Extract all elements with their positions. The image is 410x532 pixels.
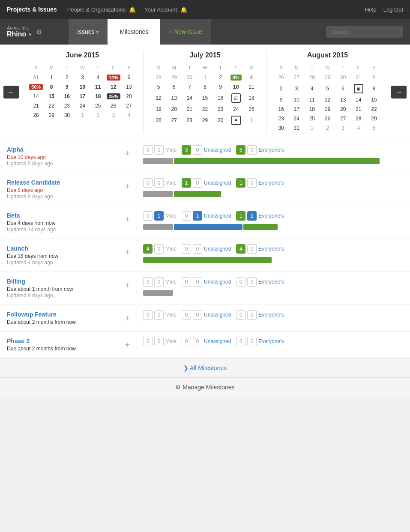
stat-everyone-label[interactable]: Everyone's bbox=[258, 279, 284, 285]
cal-day: 3 bbox=[106, 111, 121, 120]
cal-day: 21 bbox=[182, 105, 197, 114]
cal-day: 30 bbox=[213, 114, 228, 127]
nav-people-link[interactable]: People & Organizations 🔔 bbox=[67, 6, 136, 13]
milestone-right-followup: 0 0 Mine 0 0 Unassigned 0 0 Everyone's bbox=[137, 305, 410, 331]
stat-unassigned-label[interactable]: Unassigned bbox=[204, 279, 231, 285]
milestone-add-button-beta[interactable]: + bbox=[125, 215, 130, 224]
bar-gray bbox=[143, 158, 173, 164]
cal-day: 5 bbox=[366, 123, 382, 133]
cal-day[interactable]: 0% bbox=[228, 73, 244, 82]
cal-day: 17 bbox=[75, 92, 90, 101]
cal-day: 4 bbox=[244, 73, 259, 82]
search-area bbox=[319, 19, 410, 45]
calendar-prev-button[interactable]: ← bbox=[3, 86, 19, 99]
stat-unassigned-followup: 0 0 Unassigned bbox=[182, 310, 231, 320]
stat-everyone-label[interactable]: Everyone's bbox=[258, 246, 284, 252]
milestone-name-launch[interactable]: Launch bbox=[7, 245, 28, 252]
cal-day: 1 bbox=[197, 73, 212, 82]
cal-day: 8 bbox=[197, 82, 212, 92]
stat-mine-closed: 0 bbox=[154, 178, 164, 188]
stat-mine-rc: 0 0 Mine bbox=[143, 178, 177, 188]
cal-day: 15 bbox=[366, 95, 382, 105]
stat-unassigned-label[interactable]: Unassigned bbox=[204, 180, 231, 186]
milestone-updated-launch: Updated 4 days ago bbox=[7, 260, 53, 266]
stat-everyone-label[interactable]: Everyone's bbox=[258, 180, 284, 186]
search-input[interactable] bbox=[326, 26, 403, 38]
cal-day: 11 bbox=[244, 82, 259, 92]
calendar-next-button[interactable]: → bbox=[391, 86, 407, 99]
bar-green bbox=[174, 158, 380, 164]
tab-new-issue[interactable]: + New Issue bbox=[160, 19, 210, 45]
milestone-name-followup[interactable]: Followup Feature bbox=[7, 311, 57, 318]
stat-unassigned-beta: 0 1 Unassigned bbox=[182, 211, 231, 221]
gear-icon[interactable]: ⚙ bbox=[36, 28, 42, 36]
day-header: S bbox=[151, 64, 166, 73]
cal-day: 22 bbox=[366, 105, 382, 114]
cal-day: 8 bbox=[366, 82, 382, 95]
stat-mine-launch: 4 0 Mine bbox=[143, 244, 177, 254]
milestone-name-rc[interactable]: Release Candidate bbox=[7, 179, 60, 186]
stat-unassigned-label[interactable]: Unassigned bbox=[204, 147, 231, 153]
stat-unassigned-label[interactable]: Unassigned bbox=[204, 246, 231, 252]
stat-unassigned-label[interactable]: Unassigned bbox=[204, 338, 231, 344]
cal-day: 2 bbox=[90, 111, 106, 120]
help-link[interactable]: Help bbox=[365, 6, 377, 13]
milestone-add-button[interactable]: + bbox=[125, 149, 130, 158]
tab-milestones[interactable]: Milestones bbox=[108, 19, 160, 45]
logout-link[interactable]: Log Out bbox=[383, 6, 403, 13]
day-header: W bbox=[75, 64, 90, 73]
stat-unassigned-phase2: 0 0 Unassigned bbox=[182, 337, 231, 346]
milestone-updated-alpha: Updated 5 days ago bbox=[7, 161, 53, 167]
cal-day[interactable]: ▣ bbox=[351, 82, 366, 95]
stat-everyone-label[interactable]: Everyone's bbox=[258, 312, 284, 318]
milestone-name-beta[interactable]: Beta bbox=[7, 212, 20, 219]
manage-milestones-link[interactable]: ⚙ Manage Milestones bbox=[0, 378, 410, 397]
cal-day: 27 bbox=[289, 73, 304, 82]
stat-unassigned-label[interactable]: Unassigned bbox=[204, 213, 231, 219]
bell-icon: 🔔 bbox=[129, 6, 136, 13]
stat-everyone-open: 1 bbox=[236, 211, 245, 221]
cal-day: 25 bbox=[90, 101, 106, 111]
cal-day[interactable]: ☑ bbox=[228, 92, 244, 105]
stat-everyone-label[interactable]: Everyone's bbox=[258, 147, 284, 153]
calendar-august-title: August 2015 bbox=[273, 51, 382, 59]
calendar-june-title: June 2015 bbox=[28, 51, 137, 59]
cal-day[interactable]: 50% bbox=[28, 82, 44, 92]
cal-day: 27 bbox=[166, 114, 182, 127]
cal-day: 10 bbox=[289, 95, 304, 105]
milestone-add-button-rc[interactable]: + bbox=[125, 182, 130, 191]
milestone-name-phase2[interactable]: Phase 2 bbox=[7, 338, 30, 344]
cal-day: 25 bbox=[304, 114, 320, 123]
stat-everyone-label[interactable]: Everyone's bbox=[258, 213, 284, 219]
milestone-name-billing[interactable]: Billing bbox=[7, 278, 25, 285]
stat-unassigned-closed: 0 bbox=[193, 310, 202, 320]
milestone-row-rc: + Release Candidate Due 8 days ago Updat… bbox=[0, 173, 410, 206]
project-dropdown-icon[interactable]: ▾ bbox=[29, 31, 32, 38]
cal-day: 3 bbox=[289, 82, 304, 95]
cal-day: 13 bbox=[166, 92, 182, 105]
cal-day: 30 bbox=[335, 73, 351, 82]
tab-issues[interactable]: Issues ▾ bbox=[69, 19, 108, 45]
stat-mine-label: Mine bbox=[165, 338, 177, 344]
milestone-add-button-followup[interactable]: + bbox=[125, 314, 130, 323]
all-milestones-link[interactable]: ❯ All Milestones bbox=[0, 358, 410, 378]
milestone-add-button-launch[interactable]: + bbox=[125, 248, 130, 257]
nav-account-link[interactable]: Your Account 🔔 bbox=[144, 6, 187, 13]
cal-day: 4 bbox=[121, 111, 137, 120]
milestone-add-button-phase2[interactable]: + bbox=[125, 340, 130, 350]
stat-everyone-label[interactable]: Everyone's bbox=[258, 338, 284, 344]
nav-brand[interactable]: Projects & Issues bbox=[7, 6, 57, 13]
stat-everyone-closed: 0 bbox=[247, 244, 257, 254]
milestone-row-launch: + Launch Due 18 days from now Updated 4 … bbox=[0, 239, 410, 272]
stat-unassigned-label[interactable]: Unassigned bbox=[204, 312, 231, 318]
cal-day[interactable]: 25% bbox=[106, 92, 121, 101]
cal-day: 6 bbox=[166, 82, 182, 92]
milestone-stats-rc: 0 0 Mine 1 0 Unassigned 1 0 Everyone's bbox=[143, 178, 404, 188]
stat-unassigned-launch: 0 0 Unassigned bbox=[182, 244, 231, 254]
cal-day: 4 bbox=[304, 82, 320, 95]
cal-day[interactable]: 14% bbox=[106, 73, 121, 82]
milestone-add-button-billing[interactable]: + bbox=[125, 281, 130, 290]
cal-day[interactable]: ⚑ bbox=[228, 114, 244, 127]
milestone-name-alpha[interactable]: Alpha bbox=[7, 146, 24, 153]
cal-day: 18 bbox=[90, 92, 106, 101]
